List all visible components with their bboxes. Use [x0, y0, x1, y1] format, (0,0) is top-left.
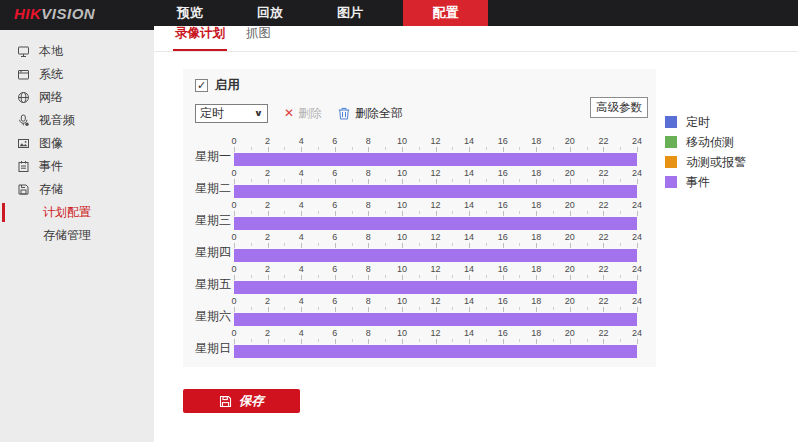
- sidebar-subitem-1[interactable]: 计划配置: [0, 201, 154, 224]
- schedule-bar-track[interactable]: [234, 345, 637, 358]
- tab-1[interactable]: 录像计划: [173, 25, 227, 51]
- tick: [570, 339, 571, 344]
- hour-tick-label: 4: [299, 136, 304, 146]
- hour-tick-label: 20: [565, 168, 575, 178]
- hour-tick-label: 2: [265, 136, 270, 146]
- sidebar-item-1[interactable]: 本地: [0, 40, 154, 63]
- delete-button[interactable]: ✕ 删除: [284, 105, 322, 122]
- tick: [519, 147, 520, 150]
- schedule-bar-track[interactable]: [234, 153, 637, 166]
- tick: [536, 243, 537, 248]
- tick-marks: [234, 147, 637, 152]
- nav-item-3[interactable]: 图片: [310, 0, 390, 26]
- day-label: 星期一: [195, 135, 234, 166]
- nav-item-4[interactable]: 配置: [403, 0, 488, 26]
- tick: [301, 307, 302, 312]
- schedule-bar-track[interactable]: [234, 185, 637, 198]
- schedule-segment[interactable]: [234, 313, 637, 326]
- tick: [452, 211, 453, 214]
- tick: [620, 275, 621, 278]
- enable-label: 启用: [215, 77, 240, 94]
- tick: [352, 211, 353, 214]
- schedule-row: 星期三024681012141618202224: [195, 199, 648, 230]
- record-type-select[interactable]: 定时 ∨: [195, 104, 268, 123]
- tick: [234, 179, 235, 184]
- schedule-bar-track[interactable]: [234, 249, 637, 262]
- save-button[interactable]: 保存: [183, 389, 300, 413]
- sidebar-item-6[interactable]: 事件: [0, 155, 154, 178]
- hour-tick-label: 10: [397, 328, 407, 338]
- schedule-segment[interactable]: [234, 185, 637, 198]
- tick: [553, 179, 554, 182]
- hour-tick-label: 10: [397, 200, 407, 210]
- window-icon: [17, 68, 30, 81]
- tick: [385, 147, 386, 150]
- nav-item-1[interactable]: 预览: [150, 0, 230, 26]
- tick: [318, 179, 319, 182]
- tick: [352, 339, 353, 342]
- tick: [452, 147, 453, 150]
- tick: [385, 211, 386, 214]
- advanced-params-button[interactable]: 高级参数: [590, 97, 648, 118]
- hour-tick-label: 16: [498, 200, 508, 210]
- schedule-segment[interactable]: [234, 153, 637, 166]
- tick: [368, 211, 369, 216]
- hour-tick-label: 24: [632, 232, 642, 242]
- day-timeline: 024681012141618202224: [234, 167, 637, 198]
- top-navigation-bar: HIKVISION 预览回放图片配置: [0, 0, 798, 26]
- event-icon: [17, 160, 30, 173]
- sidebar-item-2[interactable]: 系统: [0, 63, 154, 86]
- tick: [587, 243, 588, 246]
- tick: [352, 275, 353, 278]
- tick: [402, 307, 403, 312]
- day-label: 星期六: [195, 295, 234, 326]
- schedule-bar-track[interactable]: [234, 313, 637, 326]
- sidebar-item-5[interactable]: 图像: [0, 132, 154, 155]
- tick: [368, 243, 369, 248]
- hour-ruler: 024681012141618202224: [234, 263, 637, 275]
- schedule-segment[interactable]: [234, 345, 637, 358]
- hour-tick-label: 0: [231, 168, 236, 178]
- logo-hik: HIK: [14, 5, 41, 22]
- hour-ruler: 024681012141618202224: [234, 231, 637, 243]
- tick: [519, 179, 520, 182]
- hour-tick-label: 2: [265, 264, 270, 274]
- sidebar-subitem-2[interactable]: 存储管理: [0, 224, 154, 247]
- delete-all-button[interactable]: 删除全部: [338, 105, 403, 122]
- tick: [519, 275, 520, 278]
- tick: [352, 243, 353, 246]
- tick: [519, 243, 520, 246]
- legend-swatch: [665, 116, 677, 128]
- main-content: 录像计划抓图 ✓ 启用 定时 ∨ ✕ 删除 删除全部 高级参数 星期一02468…: [154, 26, 798, 442]
- sidebar-item-7[interactable]: 存储: [0, 178, 154, 201]
- tick: [385, 243, 386, 246]
- hour-ruler: 024681012141618202224: [234, 295, 637, 307]
- tab-2[interactable]: 抓图: [244, 25, 273, 51]
- hour-tick-label: 16: [498, 168, 508, 178]
- sidebar-item-4[interactable]: 视音频: [0, 109, 154, 132]
- hour-tick-label: 4: [299, 264, 304, 274]
- enable-checkbox[interactable]: ✓: [195, 79, 208, 92]
- legend-swatch: [665, 156, 677, 168]
- tick: [301, 211, 302, 216]
- schedule-segment[interactable]: [234, 249, 637, 262]
- tick: [486, 211, 487, 214]
- schedule-bar-track[interactable]: [234, 281, 637, 294]
- hour-tick-label: 14: [464, 136, 474, 146]
- tick: [603, 275, 604, 280]
- tick-marks: [234, 243, 637, 248]
- schedule-segment[interactable]: [234, 281, 637, 294]
- trash-icon: [338, 107, 350, 120]
- hour-tick-label: 18: [531, 296, 541, 306]
- tick: [436, 339, 437, 344]
- sidebar-item-3[interactable]: 网络: [0, 86, 154, 109]
- nav-item-2[interactable]: 回放: [230, 0, 310, 26]
- schedule-segment[interactable]: [234, 217, 637, 230]
- schedule-bar-track[interactable]: [234, 217, 637, 230]
- day-timeline: 024681012141618202224: [234, 135, 637, 166]
- hour-tick-label: 4: [299, 232, 304, 242]
- hour-tick-label: 10: [397, 296, 407, 306]
- weekly-schedule: 星期一024681012141618202224星期二0246810121416…: [195, 135, 648, 358]
- tick: [486, 275, 487, 278]
- hour-tick-label: 2: [265, 200, 270, 210]
